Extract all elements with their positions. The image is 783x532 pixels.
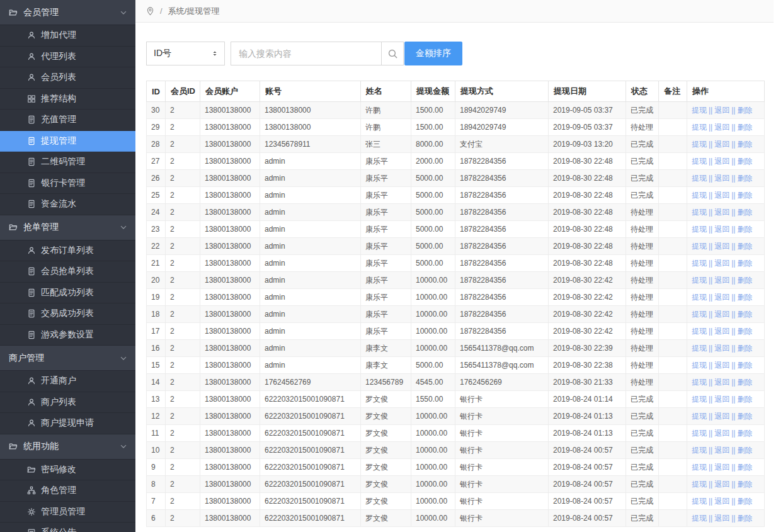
withdraw-link[interactable]: 提现: [692, 225, 707, 234]
return-link[interactable]: 退回: [714, 361, 729, 370]
delete-link[interactable]: 删除: [737, 344, 752, 353]
delete-link[interactable]: 删除: [737, 106, 752, 115]
sidebar-item[interactable]: 开通商户: [0, 371, 135, 392]
return-link[interactable]: 退回: [714, 174, 729, 183]
sidebar-item[interactable]: 增加代理: [0, 25, 135, 47]
return-link[interactable]: 退回: [714, 191, 729, 200]
return-link[interactable]: 退回: [714, 276, 729, 285]
sidebar-item[interactable]: 银行卡管理: [0, 173, 135, 195]
return-link[interactable]: 退回: [714, 225, 729, 234]
delete-link[interactable]: 删除: [737, 497, 752, 506]
withdraw-link[interactable]: 提现: [692, 140, 707, 149]
delete-link[interactable]: 删除: [737, 259, 752, 268]
sidebar-item[interactable]: 资金流水: [0, 194, 135, 215]
withdraw-link[interactable]: 提现: [692, 106, 707, 115]
delete-link[interactable]: 删除: [737, 208, 752, 217]
sidebar-item[interactable]: 会员抢单列表: [0, 261, 135, 283]
sidebar-item[interactable]: 角色管理: [0, 480, 135, 502]
delete-link[interactable]: 删除: [737, 463, 752, 472]
withdraw-link[interactable]: 提现: [692, 361, 707, 370]
return-link[interactable]: 退回: [714, 106, 729, 115]
return-link[interactable]: 退回: [714, 310, 729, 319]
withdraw-link[interactable]: 提现: [692, 514, 707, 523]
return-link[interactable]: 退回: [714, 242, 729, 251]
search-button[interactable]: [381, 42, 404, 65]
delete-link[interactable]: 删除: [737, 293, 752, 302]
sidebar-item[interactable]: 推荐结构: [0, 89, 135, 110]
filter-type-select[interactable]: ID号: [146, 42, 225, 65]
withdraw-link[interactable]: 提现: [692, 208, 707, 217]
withdraw-link[interactable]: 提现: [692, 344, 707, 353]
return-link[interactable]: 退回: [714, 463, 729, 472]
delete-link[interactable]: 删除: [737, 310, 752, 319]
withdraw-link[interactable]: 提现: [692, 446, 707, 455]
withdraw-link[interactable]: 提现: [692, 174, 707, 183]
sort-by-amount-button[interactable]: 金额排序: [404, 42, 462, 65]
sidebar-item[interactable]: 代理列表: [0, 47, 135, 68]
sidebar-item[interactable]: 游戏参数设置: [0, 325, 135, 346]
withdraw-link[interactable]: 提现: [692, 497, 707, 506]
return-link[interactable]: 退回: [714, 344, 729, 353]
withdraw-link[interactable]: 提现: [692, 395, 707, 404]
withdraw-link[interactable]: 提现: [692, 191, 707, 200]
sidebar-item[interactable]: 会员列表: [0, 67, 135, 89]
withdraw-link[interactable]: 提现: [692, 378, 707, 387]
delete-link[interactable]: 删除: [737, 378, 752, 387]
return-link[interactable]: 退回: [714, 514, 729, 523]
withdraw-link[interactable]: 提现: [692, 412, 707, 421]
withdraw-link[interactable]: 提现: [692, 429, 707, 438]
delete-link[interactable]: 删除: [737, 480, 752, 489]
withdraw-link[interactable]: 提现: [692, 463, 707, 472]
delete-link[interactable]: 删除: [737, 225, 752, 234]
sidebar-item[interactable]: 交易成功列表: [0, 303, 135, 325]
return-link[interactable]: 退回: [714, 395, 729, 404]
return-link[interactable]: 退回: [714, 446, 729, 455]
delete-link[interactable]: 删除: [737, 276, 752, 285]
sidebar-item-active[interactable]: 提现管理: [0, 131, 135, 152]
sidebar-item[interactable]: 商户列表: [0, 392, 135, 414]
sidebar-item[interactable]: 匹配成功列表: [0, 283, 135, 304]
withdraw-link[interactable]: 提现: [692, 327, 707, 336]
withdraw-link[interactable]: 提现: [692, 157, 707, 166]
return-link[interactable]: 退回: [714, 123, 729, 132]
sidebar-section-header[interactable]: 抢单管理: [0, 215, 135, 241]
delete-link[interactable]: 删除: [737, 242, 752, 251]
sidebar-item[interactable]: 系统公告: [0, 523, 135, 532]
withdraw-link[interactable]: 提现: [692, 242, 707, 251]
withdraw-link[interactable]: 提现: [692, 293, 707, 302]
sidebar-section-header[interactable]: 商户管理: [0, 346, 135, 371]
withdraw-link[interactable]: 提现: [692, 276, 707, 285]
sidebar-item[interactable]: 密码修改: [0, 460, 135, 481]
return-link[interactable]: 退回: [714, 378, 729, 387]
delete-link[interactable]: 删除: [737, 395, 752, 404]
delete-link[interactable]: 删除: [737, 174, 752, 183]
delete-link[interactable]: 删除: [737, 361, 752, 370]
delete-link[interactable]: 删除: [737, 446, 752, 455]
delete-link[interactable]: 删除: [737, 157, 752, 166]
delete-link[interactable]: 删除: [737, 191, 752, 200]
delete-link[interactable]: 删除: [737, 140, 752, 149]
delete-link[interactable]: 删除: [737, 123, 752, 132]
sidebar-section-header[interactable]: 统用功能: [0, 434, 135, 460]
sidebar-item[interactable]: 二维码管理: [0, 152, 135, 173]
delete-link[interactable]: 删除: [737, 327, 752, 336]
sidebar-item[interactable]: 管理员管理: [0, 502, 135, 523]
return-link[interactable]: 退回: [714, 429, 729, 438]
return-link[interactable]: 退回: [714, 208, 729, 217]
return-link[interactable]: 退回: [714, 293, 729, 302]
return-link[interactable]: 退回: [714, 412, 729, 421]
delete-link[interactable]: 删除: [737, 514, 752, 523]
return-link[interactable]: 退回: [714, 259, 729, 268]
delete-link[interactable]: 删除: [737, 429, 752, 438]
return-link[interactable]: 退回: [714, 480, 729, 489]
return-link[interactable]: 退回: [714, 140, 729, 149]
sidebar-item[interactable]: 充值管理: [0, 110, 135, 131]
sidebar-section-header[interactable]: 会员管理: [0, 0, 135, 25]
withdraw-link[interactable]: 提现: [692, 310, 707, 319]
withdraw-link[interactable]: 提现: [692, 480, 707, 489]
return-link[interactable]: 退回: [714, 157, 729, 166]
sidebar-item[interactable]: 发布订单列表: [0, 241, 135, 262]
return-link[interactable]: 退回: [714, 497, 729, 506]
delete-link[interactable]: 删除: [737, 412, 752, 421]
withdraw-link[interactable]: 提现: [692, 259, 707, 268]
